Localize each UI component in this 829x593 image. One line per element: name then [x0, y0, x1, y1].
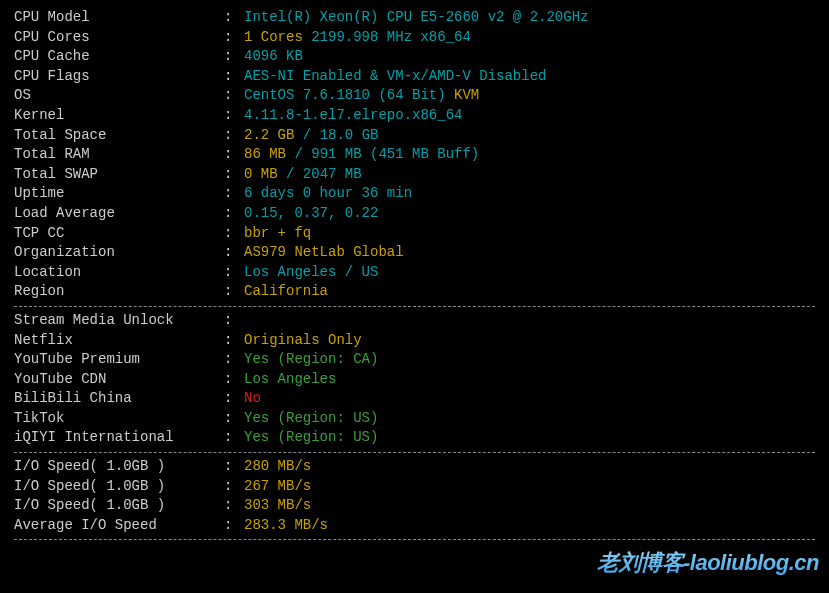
- colon: :: [224, 389, 244, 409]
- cpu-model-value: Intel(R) Xeon(R) CPU E5-2660 v2 @ 2.20GH…: [244, 8, 588, 28]
- colon: :: [224, 428, 244, 448]
- kernel-label: Kernel: [14, 106, 224, 126]
- row-netflix: Netflix : Originals Only: [14, 331, 815, 351]
- yt-cdn-value: Los Angeles: [244, 370, 336, 390]
- cpu-flags-value: AES-NI Enabled & VM-x/AMD-V Disabled: [244, 67, 546, 87]
- colon: :: [224, 8, 244, 28]
- os-label: OS: [14, 86, 224, 106]
- cpu-cores-label: CPU Cores: [14, 28, 224, 48]
- row-org: Organization : AS979 NetLab Global: [14, 243, 815, 263]
- row-io-2: I/O Speed( 1.0GB ) : 267 MB/s: [14, 477, 815, 497]
- os-virt: KVM: [446, 86, 480, 106]
- row-cpu-flags: CPU Flags : AES-NI Enabled & VM-x/AMD-V …: [14, 67, 815, 87]
- row-total-space: Total Space : 2.2 GB / 18.0 GB: [14, 126, 815, 146]
- total-ram-label: Total RAM: [14, 145, 224, 165]
- tiktok-label: TikTok: [14, 409, 224, 429]
- row-tcp: TCP CC : bbr + fq: [14, 224, 815, 244]
- row-location: Location : Los Angeles / US: [14, 263, 815, 283]
- row-cpu-model: CPU Model : Intel(R) Xeon(R) CPU E5-2660…: [14, 8, 815, 28]
- org-value: AS979 NetLab Global: [244, 243, 404, 263]
- total-space-label: Total Space: [14, 126, 224, 146]
- colon: :: [224, 350, 244, 370]
- total-swap-label: Total SWAP: [14, 165, 224, 185]
- yt-premium-value: Yes (Region: CA): [244, 350, 378, 370]
- divider: [14, 452, 815, 453]
- row-cpu-cores: CPU Cores : 1 Cores 2199.998 MHz x86_64: [14, 28, 815, 48]
- total-swap-total: 2047 MB: [303, 165, 362, 185]
- total-swap-used: 0 MB: [244, 165, 278, 185]
- colon: :: [224, 224, 244, 244]
- uptime-label: Uptime: [14, 184, 224, 204]
- colon: :: [224, 165, 244, 185]
- tcp-value: bbr + fq: [244, 224, 311, 244]
- io-3-value: 303 MB/s: [244, 496, 311, 516]
- total-ram-used: 86 MB: [244, 145, 286, 165]
- row-yt-cdn: YouTube CDN : Los Angeles: [14, 370, 815, 390]
- total-space-used: 2.2 GB: [244, 126, 294, 146]
- colon: :: [224, 331, 244, 351]
- row-os: OS : CentOS 7.6.1810 (64 Bit) KVM: [14, 86, 815, 106]
- os-value: CentOS 7.6.1810 (64 Bit): [244, 86, 446, 106]
- region-value: California: [244, 282, 328, 302]
- divider: [14, 539, 815, 540]
- yt-cdn-label: YouTube CDN: [14, 370, 224, 390]
- colon: :: [224, 516, 244, 536]
- colon: :: [224, 67, 244, 87]
- io-2-value: 267 MB/s: [244, 477, 311, 497]
- location-label: Location: [14, 263, 224, 283]
- load-label: Load Average: [14, 204, 224, 224]
- org-label: Organization: [14, 243, 224, 263]
- colon: :: [224, 184, 244, 204]
- io-2-label: I/O Speed( 1.0GB ): [14, 477, 224, 497]
- kernel-value: 4.11.8-1.el7.elrepo.x86_64: [244, 106, 462, 126]
- row-stream-header: Stream Media Unlock :: [14, 311, 815, 331]
- iqiyi-value: Yes (Region: US): [244, 428, 378, 448]
- total-swap-sep: /: [278, 165, 303, 185]
- colon: :: [224, 496, 244, 516]
- colon: :: [224, 126, 244, 146]
- colon: :: [224, 282, 244, 302]
- colon: :: [224, 204, 244, 224]
- row-iqiyi: iQIYI International : Yes (Region: US): [14, 428, 815, 448]
- tcp-label: TCP CC: [14, 224, 224, 244]
- cpu-cache-label: CPU Cache: [14, 47, 224, 67]
- bilibili-value: No: [244, 389, 261, 409]
- total-ram-total: 991 MB: [311, 145, 361, 165]
- io-avg-label: Average I/O Speed: [14, 516, 224, 536]
- row-kernel: Kernel : 4.11.8-1.el7.elrepo.x86_64: [14, 106, 815, 126]
- divider: [14, 306, 815, 307]
- colon: :: [224, 477, 244, 497]
- row-io-3: I/O Speed( 1.0GB ) : 303 MB/s: [14, 496, 815, 516]
- colon: :: [224, 243, 244, 263]
- row-io-1: I/O Speed( 1.0GB ) : 280 MB/s: [14, 457, 815, 477]
- netflix-label: Netflix: [14, 331, 224, 351]
- cpu-model-label: CPU Model: [14, 8, 224, 28]
- region-label: Region: [14, 282, 224, 302]
- row-io-avg: Average I/O Speed : 283.3 MB/s: [14, 516, 815, 536]
- colon: :: [224, 370, 244, 390]
- io-3-label: I/O Speed( 1.0GB ): [14, 496, 224, 516]
- iqiyi-label: iQIYI International: [14, 428, 224, 448]
- row-cpu-cache: CPU Cache : 4096 KB: [14, 47, 815, 67]
- load-value: 0.15, 0.37, 0.22: [244, 204, 378, 224]
- bilibili-label: BiliBili China: [14, 389, 224, 409]
- uptime-value: 6 days 0 hour 36 min: [244, 184, 412, 204]
- total-space-total: 18.0 GB: [320, 126, 379, 146]
- row-total-swap: Total SWAP : 0 MB / 2047 MB: [14, 165, 815, 185]
- location-value: Los Angeles / US: [244, 263, 378, 283]
- colon: :: [224, 145, 244, 165]
- row-uptime: Uptime : 6 days 0 hour 36 min: [14, 184, 815, 204]
- stream-header-label: Stream Media Unlock: [14, 311, 224, 331]
- colon: :: [224, 311, 244, 331]
- io-avg-value: 283.3 MB/s: [244, 516, 328, 536]
- colon: :: [224, 86, 244, 106]
- total-ram-sep: /: [286, 145, 311, 165]
- io-1-label: I/O Speed( 1.0GB ): [14, 457, 224, 477]
- cpu-flags-label: CPU Flags: [14, 67, 224, 87]
- row-yt-premium: YouTube Premium : Yes (Region: CA): [14, 350, 815, 370]
- yt-premium-label: YouTube Premium: [14, 350, 224, 370]
- row-load: Load Average : 0.15, 0.37, 0.22: [14, 204, 815, 224]
- total-space-sep: /: [294, 126, 319, 146]
- colon: :: [224, 28, 244, 48]
- colon: :: [224, 457, 244, 477]
